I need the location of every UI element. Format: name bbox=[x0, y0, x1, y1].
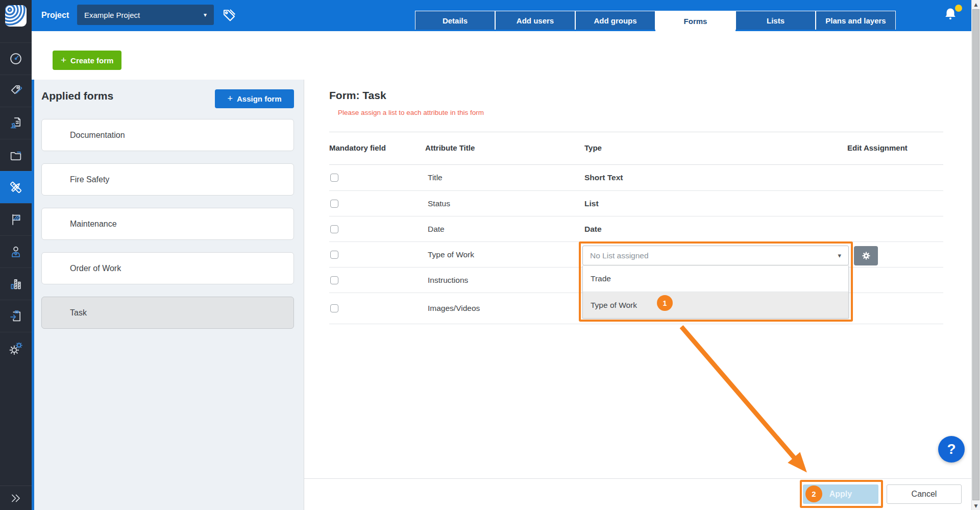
column-header-attribute-title: Attribute Title bbox=[425, 143, 475, 152]
plus-icon: + bbox=[227, 93, 233, 104]
sidebar-item-settings[interactable] bbox=[0, 332, 32, 364]
panel-accent-strip bbox=[32, 80, 34, 510]
notifications-button[interactable] bbox=[942, 6, 963, 26]
cancel-button[interactable]: Cancel bbox=[887, 484, 962, 504]
edit-assignment-button[interactable] bbox=[854, 246, 878, 265]
bar-chart-icon bbox=[9, 277, 23, 291]
help-fab-button[interactable]: ? bbox=[938, 436, 965, 463]
top-header: Project Example Project ▾ Details Add us… bbox=[32, 0, 971, 31]
plus-icon: + bbox=[61, 55, 66, 66]
form-card-label: Task bbox=[70, 308, 87, 318]
tab-forms[interactable]: Forms bbox=[655, 11, 736, 31]
annotation-step-1-badge: 1 bbox=[657, 295, 673, 311]
gauge-icon bbox=[9, 52, 23, 66]
tag-icon bbox=[222, 7, 237, 22]
mandatory-checkbox[interactable] bbox=[330, 225, 338, 233]
sidebar-item-reports[interactable] bbox=[0, 268, 32, 300]
caret-down-icon: ▾ bbox=[204, 11, 207, 18]
tags-icon bbox=[9, 84, 23, 98]
attribute-title: Status bbox=[428, 199, 450, 208]
scroll-down-arrow[interactable]: ▼ bbox=[972, 501, 980, 510]
ruler-pencil-icon bbox=[8, 180, 23, 195]
project-tags-button[interactable] bbox=[222, 7, 237, 25]
sidebar-item-tags[interactable] bbox=[0, 75, 32, 107]
sidebar-expand-button[interactable] bbox=[0, 485, 32, 510]
create-form-button[interactable]: + Create form bbox=[53, 51, 121, 70]
form-card-label: Order of Work bbox=[70, 264, 121, 273]
table-row-date: Date Date bbox=[329, 216, 943, 241]
logo-icon bbox=[5, 5, 27, 27]
sidebar-item-flags[interactable] bbox=[0, 203, 32, 235]
attribute-type: Short Text bbox=[584, 173, 623, 182]
tab-lists[interactable]: Lists bbox=[736, 11, 816, 30]
footer-divider bbox=[304, 478, 971, 479]
column-header-mandatory: Mandatory field bbox=[329, 143, 386, 152]
attribute-type: List bbox=[584, 199, 599, 208]
mandatory-checkbox[interactable] bbox=[330, 174, 338, 182]
annotation-step-2-badge: 2 bbox=[805, 485, 822, 502]
scrollbar-thumb[interactable] bbox=[972, 9, 979, 500]
column-header-type: Type bbox=[584, 143, 602, 152]
gear-icon bbox=[861, 251, 871, 261]
attribute-type: Date bbox=[584, 225, 602, 234]
tab-details[interactable]: Details bbox=[415, 11, 495, 30]
tab-add-groups[interactable]: Add groups bbox=[575, 11, 655, 30]
applied-forms-title: Applied forms bbox=[41, 90, 113, 102]
sidebar-item-forms[interactable] bbox=[0, 171, 32, 203]
person-icon bbox=[9, 245, 23, 259]
form-card-documentation[interactable]: Documentation bbox=[41, 119, 294, 151]
applied-forms-panel: Applied forms + Assign form Documentatio… bbox=[32, 80, 304, 510]
attribute-title: Instructions bbox=[428, 276, 468, 285]
form-card-label: Fire Safety bbox=[70, 175, 109, 184]
project-selector[interactable]: Example Project ▾ bbox=[77, 5, 214, 25]
list-assignment-select[interactable]: No List assigned ▾ bbox=[582, 246, 849, 265]
assign-form-button[interactable]: + Assign form bbox=[215, 89, 294, 108]
form-card-fire-safety[interactable]: Fire Safety bbox=[41, 163, 294, 196]
tab-add-users[interactable]: Add users bbox=[495, 11, 575, 30]
gears-icon bbox=[8, 341, 23, 356]
divider bbox=[329, 132, 943, 132]
form-title: Form: Task bbox=[329, 89, 386, 102]
option-type-of-work[interactable]: Type of Work bbox=[583, 292, 848, 318]
page-scrollbar: ▲ ▼ bbox=[971, 0, 980, 510]
attribute-title: Title bbox=[428, 173, 443, 182]
mandatory-checkbox[interactable] bbox=[330, 200, 338, 208]
sidebar-item-documents[interactable] bbox=[0, 139, 32, 171]
notification-badge bbox=[955, 5, 962, 12]
clipboard-import-icon bbox=[9, 309, 23, 323]
sidebar-item-dashboard[interactable] bbox=[0, 42, 32, 75]
form-card-task[interactable]: Task bbox=[41, 297, 294, 329]
assign-form-label: Assign form bbox=[237, 94, 282, 103]
project-tabs: Details Add users Add groups Forms Lists… bbox=[415, 11, 896, 31]
attribute-title: Images/Videos bbox=[428, 304, 480, 313]
form-warning-text: Please assign a list to each attribute i… bbox=[338, 109, 484, 116]
chevrons-right-icon bbox=[9, 492, 22, 505]
project-selector-value: Example Project bbox=[84, 11, 140, 19]
tab-plans-and-layers[interactable]: Plans and layers bbox=[816, 11, 896, 30]
option-trade[interactable]: Trade bbox=[583, 265, 848, 292]
form-detail-panel: Form: Task Please assign a list to each … bbox=[304, 31, 971, 510]
create-form-label: Create form bbox=[70, 56, 113, 65]
form-card-maintenance[interactable]: Maintenance bbox=[41, 208, 294, 240]
mandatory-checkbox[interactable] bbox=[330, 251, 338, 259]
app-logo[interactable] bbox=[0, 0, 32, 32]
attribute-title: Date bbox=[428, 225, 445, 234]
mandatory-checkbox[interactable] bbox=[330, 304, 338, 312]
sidebar-item-approvals[interactable] bbox=[0, 107, 32, 139]
column-header-edit-assignment: Edit Assignment bbox=[847, 143, 908, 152]
list-assignment-options: Trade Type of Work bbox=[582, 265, 849, 319]
flag-icon bbox=[9, 212, 23, 227]
table-row-title: Title Short Text bbox=[329, 164, 943, 190]
stamp-document-icon bbox=[9, 116, 23, 130]
list-assignment-value: No List assigned bbox=[590, 251, 649, 260]
form-card-label: Maintenance bbox=[70, 220, 117, 229]
project-label: Project bbox=[41, 11, 69, 20]
sidebar-item-transfer[interactable] bbox=[0, 300, 32, 332]
form-card-label: Documentation bbox=[70, 131, 125, 140]
form-card-order-of-work[interactable]: Order of Work bbox=[41, 252, 294, 284]
mandatory-checkbox[interactable] bbox=[330, 276, 338, 284]
attribute-title: Type of Work bbox=[428, 250, 474, 259]
scroll-up-arrow[interactable]: ▲ bbox=[972, 0, 980, 9]
sidebar-item-users[interactable] bbox=[0, 235, 32, 268]
caret-down-icon: ▾ bbox=[838, 252, 841, 259]
